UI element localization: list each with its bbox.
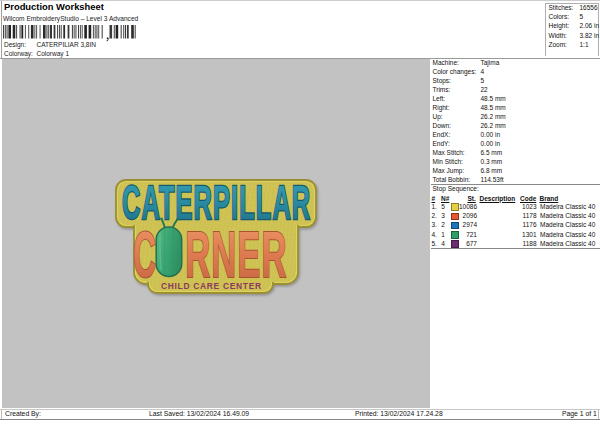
svg-text:C: C — [133, 219, 156, 291]
svg-text:CHILD CARE CENTER: CHILD CARE CENTER — [161, 281, 262, 291]
svg-text:RNER: RNER — [185, 219, 287, 291]
